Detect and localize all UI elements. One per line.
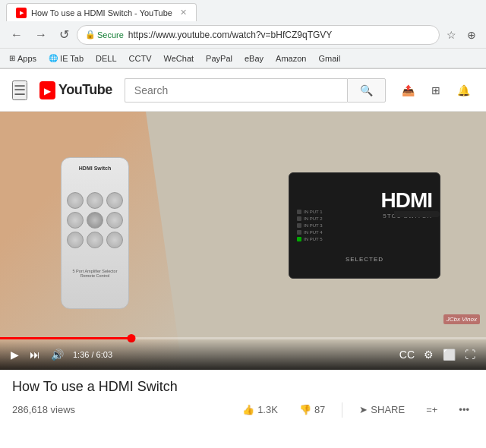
tab-title: How To use a HDMI Switch - YouTube: [31, 8, 172, 17]
address-bar[interactable]: 🔒 Secure https://www.youtube.com/watch?v…: [77, 25, 440, 45]
bookmarks-bar: ⊞ Apps 🌐 IE Tab DELL CCTV WeChat PayPal …: [0, 49, 486, 68]
video-info: How To use a HDMI Switch 286,618 views 👍…: [0, 370, 486, 423]
youtube-logo-text: YouTube: [58, 82, 112, 98]
video-scene: HDMI Switch 5 Port Amplifier SelectorRem…: [0, 112, 486, 370]
search-input[interactable]: [125, 78, 347, 103]
url-text: https://www.youtube.com/watch?v=bHfCZ9qT…: [128, 30, 431, 40]
thumbs-up-icon: 👍: [242, 404, 254, 415]
remote-btn-4: [67, 212, 84, 229]
play-button[interactable]: ▶: [9, 347, 21, 362]
youtube-logo[interactable]: YouTube: [39, 81, 112, 99]
hdmi-input-5: IN PUT 5: [297, 237, 342, 241]
browser-tab[interactable]: How To use a HDMI Switch - YouTube ✕: [6, 3, 197, 21]
remote-buttons: [67, 192, 123, 248]
hdmi-dot-1: [297, 210, 301, 214]
dislike-button[interactable]: 👎 87: [295, 401, 330, 418]
forward-button[interactable]: →: [30, 25, 52, 45]
star-button[interactable]: ☆: [443, 27, 460, 43]
bookmark-gmail[interactable]: Gmail: [315, 52, 343, 65]
bookmark-wechat[interactable]: WeChat: [161, 52, 197, 65]
next-button[interactable]: ⏭: [28, 347, 42, 362]
youtube-logo-icon: [39, 81, 55, 99]
bookmark-cctv[interactable]: CCTV: [126, 52, 155, 65]
remote-btn-2: [87, 192, 103, 209]
more-button[interactable]: =+: [421, 401, 442, 418]
volume-button[interactable]: 🔊: [49, 347, 65, 362]
hdmi-input-1: IN PUT 1: [297, 210, 342, 214]
remote-control: HDMI Switch 5 Port Amplifier SelectorRem…: [61, 157, 129, 309]
video-watermark: JCbx Vinox: [443, 314, 480, 324]
hdmi-inputs: IN PUT 1 IN PUT 2 IN PUT 3 IN PUT 4 IN P…: [297, 173, 342, 278]
time-display: 1:36 / 6:03: [73, 350, 112, 359]
remote-small-text: 5 Port Amplifier SelectorRemote Control: [73, 269, 118, 278]
remote-btn-1: [67, 192, 84, 209]
hdmi-dot-4: [297, 230, 301, 235]
action-divider: [342, 402, 342, 418]
video-controls: ▶ ⏭ 🔊 1:36 / 6:03 CC ⚙ ⬜ ⛶: [0, 339, 486, 370]
tab-bar: How To use a HDMI Switch - YouTube ✕: [0, 0, 486, 21]
hdmi-input-3: IN PUT 3: [297, 223, 342, 228]
hdmi-input-2: IN PUT 2: [297, 216, 342, 221]
hdmi-label-3: IN PUT 3: [304, 223, 323, 228]
tab-close-btn[interactable]: ✕: [180, 8, 187, 17]
remote-btn-3: [106, 192, 123, 209]
bookmark-ietab[interactable]: 🌐 IE Tab: [46, 52, 87, 65]
bookmark-apps[interactable]: ⊞ Apps: [6, 52, 39, 65]
like-button[interactable]: 👍 1.3K: [238, 401, 282, 418]
secure-icon: 🔒 Secure: [85, 30, 124, 39]
hdmi-dot-2: [297, 216, 301, 221]
controls-right: CC ⚙ ⬜ ⛶: [398, 347, 477, 362]
notifications-button[interactable]: 🔔: [453, 82, 474, 99]
share-button[interactable]: ➤ SHARE: [355, 401, 409, 418]
hamburger-menu[interactable]: ☰: [12, 80, 27, 100]
hdmi-brand: HDMI: [380, 188, 432, 213]
captions-button[interactable]: CC: [398, 347, 416, 362]
remote-btn-6: [67, 232, 84, 248]
browser-chrome: How To use a HDMI Switch - YouTube ✕ ← →…: [0, 0, 486, 69]
remote-btn-7: [87, 232, 103, 248]
more-icon: =+: [426, 404, 437, 415]
youtube-header: ☰ YouTube 🔍 📤 ⊞ 🔔: [0, 69, 486, 112]
hdmi-dot-3: [297, 223, 301, 228]
extra-button[interactable]: •••: [454, 401, 474, 418]
upload-button[interactable]: 📤: [398, 82, 418, 99]
extension-button[interactable]: ⊕: [463, 27, 480, 43]
search-bar: 🔍: [125, 78, 386, 103]
nav-actions: ☆ ⊕: [443, 27, 480, 43]
hdmi-selected: SELECTED: [346, 256, 383, 263]
thumbs-down-icon: 👎: [299, 404, 311, 415]
remote-label: HDMI Switch: [79, 166, 111, 171]
hdmi-switch: IN PUT 1 IN PUT 2 IN PUT 3 IN PUT 4 IN P…: [289, 172, 440, 279]
nav-bar: ← → ↺ 🔒 Secure https://www.youtube.com/w…: [0, 21, 486, 49]
hdmi-dot-5: [297, 237, 301, 241]
hdmi-cable: [394, 211, 440, 217]
ietab-icon: 🌐: [49, 54, 58, 62]
header-right: 📤 ⊞ 🔔: [398, 82, 474, 99]
apps-grid-button[interactable]: ⊞: [428, 82, 444, 99]
view-count: 286,618 views: [12, 404, 75, 415]
video-player[interactable]: HDMI Switch 5 Port Amplifier SelectorRem…: [0, 112, 486, 370]
hdmi-label-4: IN PUT 4: [304, 230, 323, 235]
hdmi-label-1: IN PUT 1: [304, 210, 323, 214]
apps-icon: ⊞: [9, 54, 15, 62]
bookmark-amazon[interactable]: Amazon: [273, 52, 309, 65]
bookmark-ebay[interactable]: eBay: [241, 52, 267, 65]
action-buttons: 👍 1.3K 👎 87 ➤ SHARE =+ •••: [238, 401, 474, 418]
tab-favicon: [16, 8, 27, 18]
hdmi-input-4: IN PUT 4: [297, 230, 342, 235]
miniplayer-button[interactable]: ⬜: [441, 347, 457, 362]
bookmark-paypal[interactable]: PayPal: [203, 52, 235, 65]
hdmi-label-2: IN PUT 2: [304, 216, 323, 221]
settings-button[interactable]: ⚙: [422, 347, 435, 362]
bookmark-dell[interactable]: DELL: [93, 52, 120, 65]
video-title: How To use a HDMI Switch: [12, 379, 474, 395]
refresh-button[interactable]: ↺: [55, 24, 74, 45]
remote-btn-center: [87, 212, 103, 229]
video-meta: 286,618 views 👍 1.3K 👎 87 ➤ SHARE =+ •••: [12, 401, 474, 418]
fullscreen-button[interactable]: ⛶: [463, 347, 477, 362]
hdmi-label-5: IN PUT 5: [304, 237, 323, 241]
back-button[interactable]: ←: [6, 25, 27, 45]
search-button[interactable]: 🔍: [347, 78, 386, 103]
remote-btn-5: [106, 212, 123, 229]
dots-icon: •••: [459, 404, 469, 415]
